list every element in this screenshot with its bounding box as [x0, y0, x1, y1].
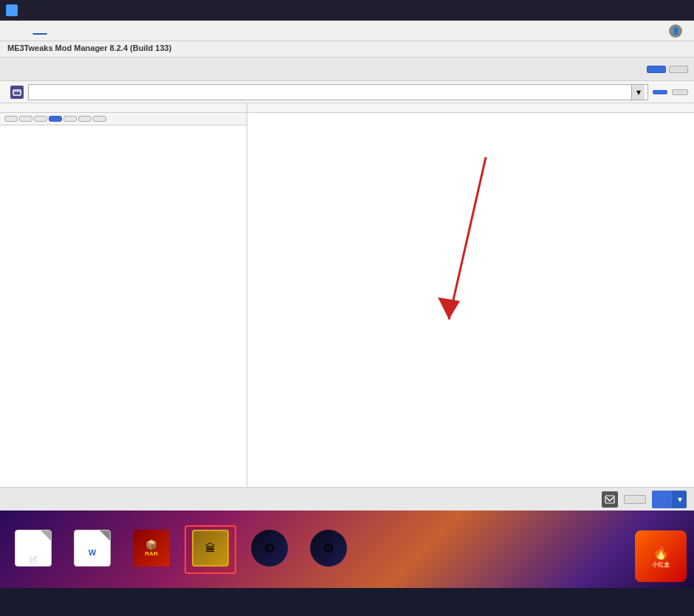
menu-bar: 👤: [0, 21, 694, 41]
taskbar-icon-le1cn[interactable]: 🏛: [185, 525, 236, 574]
svg-rect-0: [13, 90, 21, 95]
arrow-illustration: [427, 142, 515, 349]
be-icon-text: 📄: [30, 556, 37, 563]
taskbar-icon-wiki[interactable]: W: [66, 527, 118, 572]
mod-library-header: [0, 103, 247, 113]
taskbar-icon-me-trainer-1[interactable]: ⚙: [244, 527, 295, 572]
tab-me3[interactable]: [34, 116, 47, 122]
menu-mod-utils[interactable]: [32, 27, 47, 35]
game-tabs: [0, 113, 247, 125]
target-path-container[interactable]: ▾: [28, 84, 648, 100]
app-icon: [6, 4, 18, 16]
taskbar: 📄 W 📦 RAR 🏛 ⚙ ⚙: [0, 511, 694, 588]
menu-backup-restore[interactable]: [62, 28, 77, 34]
target-bar: ▾: [0, 81, 694, 103]
start-game-button[interactable]: [652, 491, 673, 508]
minimize-button[interactable]: [632, 4, 650, 17]
xiaohehuo-badge: 🔥 小红盒: [635, 530, 687, 582]
manage-target-button[interactable]: [653, 90, 667, 94]
tab-me2[interactable]: [19, 116, 32, 122]
svg-rect-3: [605, 496, 614, 503]
original-trilogy-button[interactable]: [669, 66, 688, 73]
user-avatar: 👤: [669, 24, 682, 38]
tab-le2[interactable]: [63, 116, 77, 122]
be-icon: 📄: [15, 530, 52, 567]
edition-bar: [0, 58, 694, 81]
wiki-icon: W: [74, 530, 111, 567]
right-panel: [247, 103, 694, 487]
me-trainer-2-icon: ⚙: [310, 530, 347, 567]
status-bar: ▾: [0, 487, 694, 511]
menu-help[interactable]: [77, 28, 92, 34]
select-mod-button[interactable]: [624, 495, 646, 504]
titlebar-left: [6, 4, 22, 16]
tab-le3[interactable]: [78, 116, 92, 122]
legendary-edition-button[interactable]: [647, 66, 666, 73]
target-icon: [10, 86, 24, 99]
svg-line-1: [449, 157, 486, 319]
taskbar-icon-me-trainer-2[interactable]: ⚙: [303, 527, 354, 572]
user-badge: 👤: [663, 23, 691, 39]
taskbar-icon-be[interactable]: 📄: [7, 527, 59, 572]
mod-library-content: [0, 125, 247, 487]
me-trainer-1-icon: ⚙: [251, 530, 288, 567]
left-panel: [0, 103, 247, 487]
menu-mod-management[interactable]: [18, 28, 32, 34]
tab-me1[interactable]: [4, 116, 18, 122]
mod-description-header: [247, 103, 694, 113]
taskbar-icon-rar[interactable]: 📦 RAR: [126, 527, 177, 572]
svg-marker-2: [438, 297, 460, 319]
menu-tools[interactable]: [47, 28, 62, 34]
tab-le1[interactable]: [49, 116, 62, 122]
target-dropdown-button[interactable]: ▾: [631, 85, 645, 100]
main-content: [0, 103, 694, 487]
maximize-button[interactable]: [651, 4, 669, 17]
add-target-button[interactable]: [672, 89, 688, 95]
mod-description-content: [247, 113, 694, 487]
title-bar: [0, 0, 694, 21]
rar-icon: 📦 RAR: [133, 530, 170, 567]
close-button[interactable]: [670, 4, 688, 17]
start-game-group: ▾: [652, 491, 687, 508]
build-info-bar: ME3Tweaks Mod Manager 8.2.4 (Build 133): [0, 41, 694, 58]
status-icon: [602, 491, 618, 508]
le1cn-icon: 🏛: [192, 530, 229, 567]
tab-lelauncher[interactable]: [93, 116, 106, 122]
window-controls: [632, 4, 688, 17]
menu-actions[interactable]: [3, 28, 18, 34]
start-game-dropdown-button[interactable]: ▾: [673, 491, 687, 508]
